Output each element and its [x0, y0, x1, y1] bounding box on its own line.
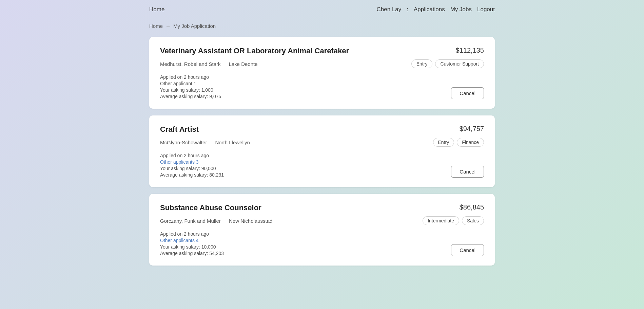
cancel-button[interactable]: Cancel	[451, 87, 484, 99]
job-your-salary: Your asking salary: 1,000	[160, 87, 221, 93]
nav-left: Home	[149, 6, 164, 13]
job-info: Applied on 2 hours ago Other applicants …	[160, 231, 224, 256]
job-avg-salary: Average asking salary: 9,075	[160, 94, 221, 99]
job-tag: Entry	[433, 138, 454, 147]
job-details: Applied on 2 hours ago Other applicants …	[160, 153, 484, 178]
breadcrumb-arrow: →	[165, 23, 171, 29]
job-salary: $86,845	[460, 203, 484, 211]
job-meta: Gorczany, Funk and Muller New Nicholauss…	[160, 216, 484, 225]
nav-myjobs-link[interactable]: My Jobs	[450, 6, 472, 13]
breadcrumb: Home → My Job Application	[0, 19, 644, 37]
nav-applications-link[interactable]: Applications	[414, 6, 445, 13]
job-card-3: Substance Abuse Counselor $86,845 Gorcza…	[149, 194, 495, 266]
job-your-salary: Your asking salary: 90,000	[160, 166, 224, 171]
nav-username: Chen Lay	[377, 6, 402, 13]
job-tag: Intermediate	[423, 216, 459, 225]
job-location: North Llewellyn	[215, 140, 250, 145]
job-avg-salary: Average asking salary: 80,231	[160, 172, 224, 178]
job-info: Applied on 2 hours ago Other applicants …	[160, 153, 224, 178]
breadcrumb-current: My Job Application	[173, 23, 216, 29]
job-card-header: Craft Artist $94,757	[160, 125, 484, 134]
job-card-1: Veterinary Assistant OR Laboratory Anima…	[149, 37, 495, 109]
job-tag: Customer Support	[435, 59, 484, 68]
nav-separator: :	[407, 6, 408, 13]
job-other-applicants: Other applicant 1	[160, 81, 221, 86]
job-location: New Nicholausstad	[229, 218, 272, 224]
job-company: McGlynn-Schowalter	[160, 140, 207, 145]
nav-right: Chen Lay : Applications My Jobs Logout	[377, 6, 495, 13]
job-tags: EntryCustomer Support	[411, 59, 484, 68]
job-company-location: Gorczany, Funk and Muller New Nicholauss…	[160, 218, 272, 224]
job-tag: Finance	[457, 138, 484, 147]
job-location: Lake Deonte	[229, 61, 257, 67]
job-company: Gorczany, Funk and Muller	[160, 218, 221, 224]
job-company-location: Medhurst, Robel and Stark Lake Deonte	[160, 61, 258, 67]
job-tags: EntryFinance	[433, 138, 484, 147]
job-meta: McGlynn-Schowalter North Llewellyn Entry…	[160, 138, 484, 147]
job-card-header: Veterinary Assistant OR Laboratory Anima…	[160, 47, 484, 55]
cancel-button[interactable]: Cancel	[451, 244, 484, 256]
nav-home-link[interactable]: Home	[149, 6, 164, 13]
job-company: Medhurst, Robel and Stark	[160, 61, 220, 67]
cancel-button[interactable]: Cancel	[451, 166, 484, 178]
job-tag: Sales	[462, 216, 484, 225]
job-salary: $94,757	[460, 125, 484, 133]
job-salary: $112,135	[456, 47, 484, 54]
job-info: Applied on 2 hours ago Other applicant 1…	[160, 74, 221, 99]
job-meta: Medhurst, Robel and Stark Lake Deonte En…	[160, 59, 484, 68]
job-card-header: Substance Abuse Counselor $86,845	[160, 203, 484, 212]
job-other-applicants: Other applicants 4	[160, 238, 224, 243]
job-avg-salary: Average asking salary: 54,203	[160, 251, 224, 256]
job-title: Veterinary Assistant OR Laboratory Anima…	[160, 47, 349, 55]
job-title: Substance Abuse Counselor	[160, 203, 261, 212]
job-other-applicants: Other applicants 3	[160, 159, 224, 165]
navbar: Home Chen Lay : Applications My Jobs Log…	[0, 0, 644, 19]
job-tags: IntermediateSales	[423, 216, 484, 225]
job-card-2: Craft Artist $94,757 McGlynn-Schowalter …	[149, 115, 495, 187]
job-applied: Applied on 2 hours ago	[160, 74, 221, 80]
job-applied: Applied on 2 hours ago	[160, 231, 224, 237]
job-title: Craft Artist	[160, 125, 199, 134]
job-tag: Entry	[411, 59, 433, 68]
nav-logout-link[interactable]: Logout	[477, 6, 495, 13]
job-applied: Applied on 2 hours ago	[160, 153, 224, 158]
job-details: Applied on 2 hours ago Other applicant 1…	[160, 74, 484, 99]
job-your-salary: Your asking salary: 10,000	[160, 244, 224, 250]
job-details: Applied on 2 hours ago Other applicants …	[160, 231, 484, 256]
main-content: Veterinary Assistant OR Laboratory Anima…	[0, 37, 644, 266]
job-company-location: McGlynn-Schowalter North Llewellyn	[160, 140, 250, 145]
breadcrumb-home[interactable]: Home	[149, 23, 163, 29]
